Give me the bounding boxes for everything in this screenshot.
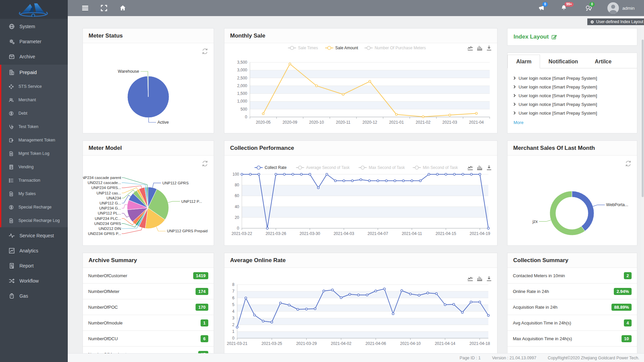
- summary-row-avg-acquisition-time-in-24h-s: Avg Acquisition Time in 24h(s)4: [507, 315, 637, 331]
- sidebar-item-mgmt-token-log[interactable]: Mgmt Token Log: [1, 147, 68, 160]
- average-online-rate-plot: 8765432102021-03-212021-03-252021-03-292…: [224, 268, 497, 353]
- svg-text:5: 5: [232, 302, 234, 307]
- tab-artilce[interactable]: Artilce: [586, 55, 620, 68]
- pulse-icon: [9, 233, 15, 239]
- svg-text:2,500: 2,500: [237, 76, 247, 80]
- fullscreen-icon[interactable]: [101, 5, 107, 11]
- pie-slice-webporta[interactable]: [572, 191, 594, 231]
- card-title: Collection Summary: [507, 253, 637, 268]
- collection-performance-chart: 1008060402002021-03-222021-03-262021-03-…: [224, 156, 497, 245]
- line-chart-icon[interactable]: [468, 45, 473, 51]
- scrollbar-track[interactable]: [641, 16, 644, 353]
- summary-label: Acquisition Rate in 24h: [513, 305, 557, 310]
- svg-text:2020-10: 2020-10: [309, 120, 324, 125]
- summary-value-badge: 10: [622, 335, 632, 342]
- alarm-item-text: User login notice [Smart Prepay System]: [519, 76, 597, 81]
- download-icon[interactable]: [486, 45, 492, 51]
- svg-text:7: 7: [232, 289, 234, 294]
- card-title: Meter Model: [83, 141, 214, 156]
- svg-text:2021-02: 2021-02: [416, 120, 430, 125]
- building-icon: [9, 69, 15, 75]
- user-avatar[interactable]: [607, 2, 619, 14]
- tab-notification[interactable]: Notification: [540, 55, 586, 68]
- sidebar-item-test-token[interactable]: Test Token: [1, 120, 68, 133]
- alarm-item[interactable]: User login notice [Smart Prepay System]: [514, 91, 631, 100]
- tab-alarm[interactable]: Alarm: [507, 55, 540, 68]
- summary-label: Online Rate in 24h: [513, 289, 549, 294]
- home-icon[interactable]: [119, 5, 126, 11]
- pie-label-unp112-gprs: UNP112 GPRS: [162, 181, 189, 185]
- legend-min-second-of-task[interactable]: Min Second of Task: [413, 165, 459, 170]
- app: SystemParameterArchivePrepaidSTS Service…: [0, 0, 644, 362]
- username[interactable]: admin: [622, 6, 635, 11]
- doc-icon: [9, 218, 14, 223]
- svg-text:2021-04-18: 2021-04-18: [469, 341, 490, 346]
- sidebar-item-archive[interactable]: Archive: [0, 49, 68, 64]
- pie-label-unp234-gprs: UNP234 GPRS...: [91, 186, 121, 190]
- sidebar-item-gas[interactable]: Gas: [0, 288, 68, 303]
- more-link[interactable]: More: [514, 120, 524, 125]
- bar-chart-icon[interactable]: [477, 165, 482, 170]
- sidebar-item-merchant[interactable]: Merchant: [1, 93, 68, 107]
- alarm-item[interactable]: User login notice [Smart Prepay System]: [514, 74, 631, 82]
- svg-text:2020-05: 2020-05: [256, 120, 271, 125]
- announcement-icon[interactable]: 0: [538, 5, 545, 11]
- coin-icon: [9, 205, 14, 210]
- card-archive-summary: Archive Summary NumberOfCustomer1419Numb…: [83, 253, 214, 353]
- sidebar-item-transaction[interactable]: Transaction: [1, 174, 68, 187]
- legend-sale-times[interactable]: Sale Times: [288, 46, 318, 50]
- sidebar-item-vending[interactable]: Vending: [1, 160, 68, 174]
- vending-icon: [9, 165, 14, 170]
- sidebar-item-service-request[interactable]: Service Request: [0, 228, 68, 243]
- index-layout-link[interactable]: Index Layout: [507, 28, 637, 45]
- pie-label-unp112-g: UNP112 G...: [100, 201, 121, 205]
- pie-label-warehouse: Warehouse: [118, 69, 139, 74]
- sidebar-item-management-token[interactable]: Management Token: [1, 133, 68, 147]
- globe-icon: [9, 23, 15, 29]
- users-icon: [9, 98, 14, 103]
- card-title: Meter Status: [83, 28, 214, 43]
- menu-toggle-icon[interactable]: [82, 5, 89, 11]
- bar-chart-icon[interactable]: [477, 45, 482, 51]
- sidebar-item-parameter[interactable]: Parameter: [0, 34, 68, 49]
- legend-sale-amount[interactable]: Sale Amount: [325, 46, 359, 50]
- summary-row-max-acquisition-time-in-24h-s: Max Acquisition Time in 24h(s)10: [507, 331, 637, 347]
- legend-average-second-of-task[interactable]: Average Second of Task: [296, 165, 350, 170]
- sidebar-item-prepaid[interactable]: Prepaid: [1, 65, 68, 80]
- bar-chart-icon[interactable]: [477, 276, 482, 281]
- sidebar-item-my-sales[interactable]: My Sales: [1, 187, 68, 200]
- sidebar-item-system[interactable]: System: [0, 19, 68, 34]
- legend-number-of-purchase-meters[interactable]: Number Of Purchase Meters: [365, 46, 426, 50]
- index-layout-label: Index Layout: [514, 34, 549, 40]
- sidebar-item-special-recharge-log[interactable]: Special Recharge Log: [1, 214, 68, 227]
- svg-text:2021-03-21: 2021-03-21: [227, 341, 248, 346]
- notification-bell-icon[interactable]: 99+: [560, 5, 567, 11]
- pie-label-unp112-p: UNP112 P...: [181, 199, 202, 203]
- sidebar-item-analytics[interactable]: Analytics: [0, 243, 68, 258]
- download-icon[interactable]: [486, 276, 492, 281]
- sidebar-item-workflow[interactable]: Workflow: [0, 273, 68, 288]
- summary-row-numberofmodule: NumberOfmodule1: [83, 315, 214, 331]
- messages-icon[interactable]: 0: [585, 5, 592, 11]
- legend-max-second-of-task[interactable]: Max Second of Task: [359, 165, 405, 170]
- sidebar-item-special-recharge[interactable]: Special Recharge: [1, 200, 68, 214]
- sidebar-item-report[interactable]: Report: [0, 258, 68, 273]
- svg-text:Collect Rate: Collect Rate: [265, 165, 287, 170]
- sidebar-item-sts-service[interactable]: STS Service: [1, 80, 68, 93]
- alarm-item[interactable]: User login notice [Smart Prepay System]: [514, 82, 631, 91]
- line-chart-icon[interactable]: [468, 276, 473, 281]
- download-icon[interactable]: [486, 165, 492, 170]
- sidebar-item-debt[interactable]: Debt: [1, 107, 68, 120]
- line-chart-icon[interactable]: [468, 165, 473, 170]
- alarm-item[interactable]: User login notice [Smart Prepay System]: [514, 100, 631, 109]
- pie-label-unp234-plc: UNP234 PLC...: [95, 217, 121, 221]
- brand-logo[interactable]: [0, 0, 68, 19]
- alarm-item[interactable]: User login notice [Smart Prepay System]: [514, 109, 631, 117]
- legend-collect-rate[interactable]: Collect Rate: [255, 165, 287, 170]
- scrollbar-thumb[interactable]: [642, 40, 644, 197]
- average-online-rate-chart: 8765432102021-03-212021-03-252021-03-292…: [224, 268, 497, 353]
- doc-icon: [9, 151, 14, 156]
- summary-row-numberofcustomer: NumberOfCustomer1419: [83, 268, 214, 284]
- svg-text:2021-04-07: 2021-04-07: [368, 231, 388, 236]
- pie-label-und234-gprs: UND234 GPRS: [94, 222, 121, 226]
